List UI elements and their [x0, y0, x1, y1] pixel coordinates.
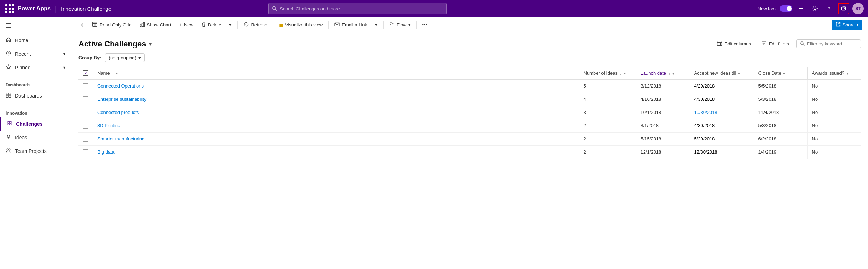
row-checkbox[interactable] — [83, 149, 88, 155]
row-name-cell[interactable]: Smarter manufacturing — [93, 132, 579, 145]
refresh-button[interactable]: Refresh — [240, 19, 271, 30]
new-look-toggle[interactable] — [780, 5, 792, 12]
row-checkbox-cell[interactable] — [78, 119, 93, 132]
more-options-button[interactable]: ••• — [419, 20, 431, 30]
row-name-link[interactable]: Connected Operations — [97, 83, 144, 89]
dashboards-icon — [6, 92, 11, 99]
show-chart-button[interactable]: Show Chart — [136, 19, 175, 30]
th-awards-label: Awards issued? — [812, 70, 845, 76]
row-name-cell[interactable]: Big data — [93, 145, 579, 159]
delete-dropdown-button[interactable]: ▾ — [225, 20, 235, 30]
row-ideas-cell: 2 — [579, 119, 636, 132]
row-launch-cell: 3/12/2018 — [636, 79, 690, 93]
th-accept[interactable]: Accept new ideas till ▾ — [690, 67, 754, 79]
row-checkbox[interactable] — [83, 123, 88, 129]
toolbar-sep-1 — [237, 21, 238, 29]
row-checkbox-cell[interactable] — [78, 145, 93, 159]
row-name-link[interactable]: Enterprise sustainability — [97, 96, 146, 102]
edit-columns-button[interactable]: Edit columns — [714, 39, 754, 49]
row-checkbox[interactable] — [83, 83, 88, 89]
row-name-cell[interactable]: Connected products — [93, 106, 579, 119]
th-name[interactable]: Name ↑ ▾ — [93, 67, 579, 79]
row-awards-cell: No — [807, 79, 861, 93]
sidebar-item-team-projects[interactable]: Team Projects — [0, 144, 71, 158]
row-name-link[interactable]: Big data — [97, 149, 115, 155]
delete-icon — [201, 21, 206, 28]
share-button[interactable]: Share ▾ — [832, 20, 862, 30]
app-launcher-icon[interactable] — [4, 3, 15, 14]
new-button[interactable]: + New — [176, 20, 197, 30]
delete-button[interactable]: Delete — [198, 19, 225, 30]
search-icon — [272, 6, 277, 11]
th-ideas-chevron-icon[interactable]: ▾ — [624, 71, 626, 75]
filter-keyword-input[interactable] — [807, 41, 857, 46]
sidebar-item-recent[interactable]: Recent ▾ — [0, 47, 71, 61]
email-link-button[interactable]: Email a Link — [331, 20, 371, 30]
sidebar-item-pinned[interactable]: Pinned ▾ — [0, 61, 71, 74]
email-dropdown-icon: ▾ — [375, 22, 377, 28]
th-launch[interactable]: Launch date ↑ ▾ — [636, 67, 690, 79]
view-title-chevron-icon[interactable]: ▾ — [149, 41, 152, 47]
search-input[interactable] — [280, 6, 443, 11]
sidebar-item-ideas[interactable]: Ideas — [0, 131, 71, 144]
group-by-select[interactable]: (no grouping) ▾ — [105, 53, 145, 62]
flow-chevron-icon: ▾ — [408, 23, 411, 27]
view-area: Active Challenges ▾ Edit columns — [71, 33, 868, 269]
row-launch-cell: 12/1/2018 — [636, 145, 690, 159]
recent-icon — [6, 50, 11, 58]
settings-icon[interactable] — [809, 3, 821, 14]
share-nav-icon[interactable] — [838, 3, 849, 14]
row-checkbox-cell[interactable] — [78, 93, 93, 106]
row-checkbox[interactable] — [83, 136, 88, 142]
user-avatar[interactable]: ST — [852, 3, 864, 14]
edit-filters-button[interactable]: Edit filters — [758, 39, 792, 49]
help-icon[interactable]: ? — [824, 3, 835, 14]
email-dropdown-button[interactable]: ▾ — [371, 20, 381, 30]
visualize-icon: ◼ — [279, 22, 283, 28]
th-close-chevron-icon[interactable]: ▾ — [783, 71, 785, 75]
sidebar-item-dashboards[interactable]: Dashboards — [0, 89, 71, 103]
read-only-grid-button[interactable]: Read Only Grid — [88, 19, 135, 30]
back-button[interactable] — [77, 20, 88, 30]
show-chart-icon — [139, 21, 145, 28]
visualize-button[interactable]: ◼ Visualize this view — [275, 20, 326, 30]
table-row: Big data 2 12/1/2018 12/30/2018 1/4/2019… — [78, 145, 861, 159]
row-checkbox-cell[interactable] — [78, 106, 93, 119]
row-checkbox[interactable] — [83, 110, 88, 115]
new-plus-icon: + — [179, 22, 182, 28]
data-table: Name ↑ ▾ Number of ideas ↓ ▾ Launch date… — [78, 67, 861, 159]
th-checkbox-col[interactable] — [78, 67, 93, 79]
sidebar-ideas-label: Ideas — [15, 135, 27, 140]
row-name-link[interactable]: Smarter manufacturing — [97, 136, 144, 141]
row-name-cell[interactable]: Enterprise sustainability — [93, 93, 579, 106]
row-name-link[interactable]: 3D Printing — [97, 123, 120, 128]
svg-rect-15 — [142, 23, 143, 27]
sidebar-item-home[interactable]: Home — [0, 34, 71, 47]
add-button[interactable] — [795, 3, 807, 14]
select-all-checkbox[interactable] — [83, 70, 88, 76]
th-name-chevron-icon[interactable]: ▾ — [116, 71, 118, 75]
th-accept-chevron-icon[interactable]: ▾ — [738, 71, 740, 75]
th-launch-chevron-icon[interactable]: ▾ — [672, 71, 674, 75]
row-checkbox-cell[interactable] — [78, 132, 93, 145]
flow-button[interactable]: Flow ▾ — [386, 19, 414, 30]
row-name-cell[interactable]: 3D Printing — [93, 119, 579, 132]
th-close[interactable]: Close Date ▾ — [754, 67, 807, 79]
row-checkbox[interactable] — [83, 96, 88, 102]
row-name-cell[interactable]: Connected Operations — [93, 79, 579, 93]
row-awards-cell: No — [807, 93, 861, 106]
th-ideas-label: Number of ideas — [584, 70, 618, 76]
filter-search-box[interactable] — [796, 39, 861, 48]
refresh-label: Refresh — [251, 22, 267, 28]
sidebar-divider-2 — [0, 104, 71, 104]
svg-rect-18 — [717, 41, 722, 46]
th-awards[interactable]: Awards issued? ▾ — [807, 67, 861, 79]
row-checkbox-cell[interactable] — [78, 79, 93, 93]
row-name-link[interactable]: Connected products — [97, 110, 139, 115]
sidebar-collapse-button[interactable]: ☰ — [0, 17, 71, 34]
sidebar-item-challenges[interactable]: Challenges — [0, 117, 71, 131]
row-ideas-cell: 3 — [579, 106, 636, 119]
global-search[interactable] — [268, 3, 447, 14]
th-ideas[interactable]: Number of ideas ↓ ▾ — [579, 67, 636, 79]
th-awards-chevron-icon[interactable]: ▾ — [847, 71, 848, 75]
